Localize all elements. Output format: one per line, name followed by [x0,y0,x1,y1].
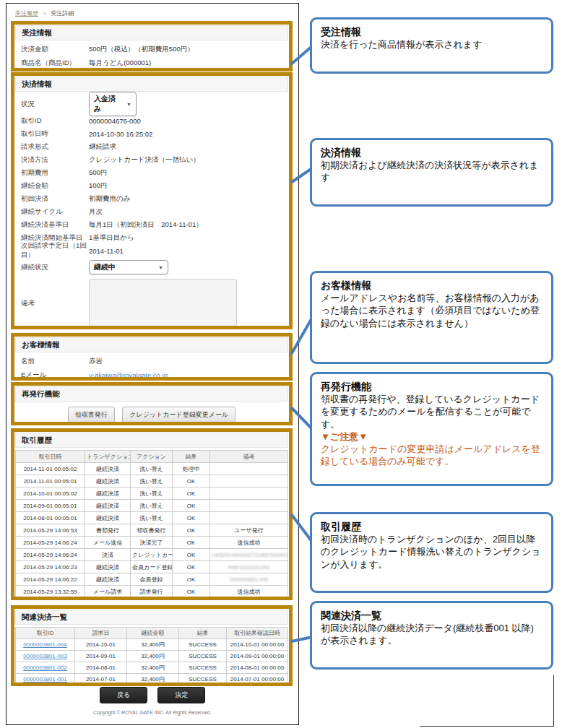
customer-name: 赤岩 [89,357,103,366]
transaction-id-link[interactable]: 0000003801-004 [23,641,67,648]
customer-email-link[interactable]: y-akaiwa@royalgate.co.jp [89,371,168,379]
cell-billing-date: 2014-08-01 [75,662,127,674]
cell-result: OK [173,549,210,561]
cell-action: 会員登録 [131,573,173,586]
order-detail-panel: 受注履歴 > 受注詳細 受注情報 決済金額 500円（税込）（初期費用500円）… [6,3,299,725]
field-label: Eメール [21,370,89,380]
section-title: 関連決済一覧 [15,610,288,625]
cell-result: SUCCESS [179,639,227,651]
cell-action: 決済完了 [131,537,173,549]
cell-result: OK [173,537,210,549]
callout-title: お客様情報 [321,279,542,292]
cell-datetime: 2014-09-01 00:05:01 [16,500,85,512]
cell-transaction: 継続決済 [85,573,131,586]
field-label: 継続決済基準日 [21,220,89,230]
kv-row: 継続金額 100円 [15,179,288,192]
section-title: 決済情報 [15,77,288,92]
section-payment-info: 決済情報 状況 入金済み ▼ 取引ID 0000004676-000 取引日時 … [11,72,293,329]
kv-row: 請求形式 継続請求 [15,140,288,153]
kv-row: 初回決済 初期費用のみ [15,192,288,205]
card-change-mail-button[interactable]: クレジットカード登録変更メール [122,407,235,423]
transaction-id-link[interactable]: 0000003801-001 [23,676,67,682]
cell-result: OK [173,500,210,512]
breadcrumb: 受注履歴 > 受注詳細 [15,9,74,17]
cell-action: 洗い替え [131,488,173,500]
cell-billing-date: 2014-10-01 [75,639,127,651]
section-title: 再発行機能 [15,386,288,402]
cell-datetime: 2014-10-01 00:05:02 [16,488,85,500]
field-label: 商品名（商品ID） [21,58,89,68]
cell-note [210,512,288,524]
breadcrumb-order-history-link[interactable]: 受注履歴 [15,10,38,17]
field-value: 毎月うどん(000001) [89,58,151,68]
cell-result: SUCCESS [179,651,227,662]
callout-body: 初回決済以降の継続決済データ(継続枝番001 以降)が表示されます。 [321,622,542,646]
related-payments-table: 取引ID請求日継続金額結果取引結果確認日時 0000003801-004 201… [15,627,288,685]
cell-confirmed-at: 2014-10-01 00:00:00 [227,639,288,651]
customer-name-row: 名前 赤岩 [15,355,288,368]
kv-row: 決済金額 500円（税込）（初期費用500円） [15,43,288,56]
cell-note [210,463,288,475]
field-value: 500円 [89,168,107,178]
cell-transaction: 継続決済 [85,561,131,573]
field-label: 初期費用 [21,168,89,178]
copyright-text: Copyright © ROYAL GATE INC. All Rights R… [7,710,298,715]
column-header: 結果 [179,628,227,639]
field-label: 継続サイクル [21,207,89,217]
field-label: 次回請求予定日（1回目） [21,241,89,260]
history-row: 2014-05-29 14:06:22 継続決済 会員登録 OK 0000003… [16,573,288,586]
cell-amount: 32,400円 [127,639,179,651]
cell-transaction: メール請求 [85,586,131,598]
field-value: 2014-10-30 16:25:02 [89,130,152,138]
history-row: 2014-05-29 14:06:24 決済 クレジットカード OK 14052… [16,549,288,561]
cell-amount: 32,400円 [127,662,179,674]
section-transaction-history: 取引履歴 取引日時トランザクションアクション結果備考 2014-11-01 00… [11,428,293,600]
field-label: 名前 [21,357,89,366]
continuation-status-select[interactable]: 継続中 ▼ [89,260,168,274]
chevron-down-icon: ▼ [158,265,163,270]
section-order-info: 受注情報 決済金額 500円（税込）（初期費用500円） 商品名（商品ID） 毎… [11,21,293,72]
callout-warning-heading: ▼ご注意▼ [321,430,542,443]
cell-result: OK [173,586,210,598]
cell-datetime: 2014-08-01 00:05:01 [16,512,85,524]
cell-action: 洗い替え [131,463,173,475]
callout-body: メールアドレスやお名前等、お客様情報の入力があった場合に表示されます（必須項目で… [321,292,542,329]
callout-warning-body: クレジットカードの変更申請はメールアドレスを登録している場合のみ可能です。 [321,443,542,467]
field-label: 決済方法 [21,155,89,165]
submit-button[interactable]: 決定 [157,687,205,703]
transaction-id-link[interactable]: 0000003801-003 [23,653,67,659]
cell-note [210,488,288,500]
field-value: クレジットカード決済（一括払い） [89,155,200,165]
cell-action: 会員カード登録 [131,561,173,573]
receipt-issue-button[interactable]: 領収書発行 [68,407,115,423]
cell-datetime: 2014-05-29 14:06:24 [16,537,85,549]
section-related-payments: 関連決済一覧 取引ID請求日継続金額結果取引結果確認日時 0000003801-… [11,605,293,686]
note-textarea[interactable] [89,279,237,326]
order-info-rows: 決済金額 500円（税込）（初期費用500円） 商品名（商品ID） 毎月うどん(… [15,43,288,70]
selected-value: 継続中 [94,262,116,272]
field-value: 継続請求 [89,142,116,152]
transaction-id-link[interactable]: 0000003801-002 [23,664,67,671]
callout-title: 取引履歴 [321,520,542,533]
field-label: 継続状況 [21,263,89,272]
cell-result: SUCCESS [179,674,227,685]
note-row: 備考 [15,277,288,328]
payment-status-select[interactable]: 入金済み ▼ [89,92,137,116]
column-header: アクション [131,451,173,463]
cell-transaction: 継続決済 [85,463,131,475]
related-payment-row: 0000003801-001 2014-07-01 32,400円 SUCCES… [16,674,288,685]
history-row: 2014-05-29 14:06:53 書類発行 領収書発行 OK ユーザ発行 [16,524,288,537]
continuation-status-row: 継続状況 継続中 ▼ [15,257,288,277]
related-payment-row: 0000003801-003 2014-09-01 32,400円 SUCCES… [16,651,288,662]
cell-action: 洗い替え [131,500,173,512]
callout-order-info: 受注情報 決済を行った商品情報が表示されます [310,17,553,74]
section-title: 受注情報 [15,25,288,40]
back-button[interactable]: 戻る [100,687,147,703]
cell-transaction: メール送信 [85,537,131,549]
cell-result: OK [173,512,210,524]
field-value: 2014-11-01 [89,247,124,255]
history-row: 2014-11-01 00:05:01 継続決済 洗い替え OK [16,475,288,488]
column-header: 結果 [173,451,210,463]
history-row: 2014-09-01 00:05:01 継続決済 洗い替え OK [16,500,288,512]
history-row: 2014-05-29 14:06:24 メール送信 決済完了 OK 送信成功 [16,537,288,549]
